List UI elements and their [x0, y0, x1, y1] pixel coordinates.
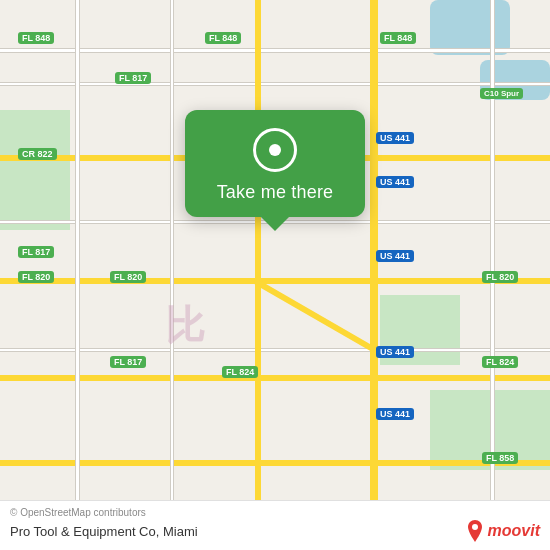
moovit-brand-text: moovit: [488, 522, 540, 540]
road-v2: [170, 0, 174, 550]
road-label-fl848-2: FL 848: [205, 32, 241, 44]
park-area: [0, 110, 70, 230]
road-label-us441-4: US 441: [376, 346, 414, 358]
road-fl817-top: [0, 82, 550, 86]
road-label-fl820-2: FL 820: [110, 271, 146, 283]
moovit-logo: moovit: [466, 520, 540, 542]
moovit-pin-icon: [466, 520, 484, 542]
road-fl820: [0, 278, 550, 284]
svg-point-0: [472, 524, 478, 530]
road-us441: [370, 0, 378, 550]
location-info-row: Pro Tool & Equipment Co, Miami moovit: [10, 520, 540, 542]
road-label-fl858: FL 858: [482, 452, 518, 464]
road-v-major: [255, 0, 261, 550]
cta-card[interactable]: Take me there: [185, 110, 365, 217]
road-fl824: [0, 375, 550, 381]
road-label-cr822: CR 822: [18, 148, 57, 160]
road-label-fl848-3: FL 848: [380, 32, 416, 44]
road-label-us441-2: US 441: [376, 176, 414, 188]
road-label-fl824-2: FL 824: [482, 356, 518, 368]
location-pin-dot: [269, 144, 281, 156]
road-label-fl817-mid: FL 817: [18, 246, 54, 258]
road-label-fl820-3: FL 820: [482, 271, 518, 283]
road-v1: [75, 0, 80, 550]
road-fl858: [0, 460, 550, 466]
road-label-fl848-1: FL 848: [18, 32, 54, 44]
road-label-fl820-1: FL 820: [18, 271, 54, 283]
location-pin-icon: [253, 128, 297, 172]
cta-label[interactable]: Take me there: [217, 182, 334, 203]
road-fl848: [0, 48, 550, 53]
road-label-c10-spur: C10 Spur: [480, 88, 523, 99]
map-copyright: © OpenStreetMap contributors: [10, 507, 540, 518]
road-label-us441-5: US 441: [376, 408, 414, 420]
map-symbol: 比: [165, 298, 205, 353]
road-fl817-mid: [0, 348, 550, 352]
map-container: FL 848 FL 848 FL 848 FL 817 C10 Spur CR …: [0, 0, 550, 550]
road-label-fl817-top: FL 817: [115, 72, 151, 84]
location-name: Pro Tool & Equipment Co, Miami: [10, 524, 198, 539]
road-label-us441-3: US 441: [376, 250, 414, 262]
info-bar: © OpenStreetMap contributors Pro Tool & …: [0, 500, 550, 550]
road-label-fl824-1: FL 824: [222, 366, 258, 378]
road-label-us441-1: US 441: [376, 132, 414, 144]
road-label-fl817-low: FL 817: [110, 356, 146, 368]
water-area: [430, 0, 510, 55]
